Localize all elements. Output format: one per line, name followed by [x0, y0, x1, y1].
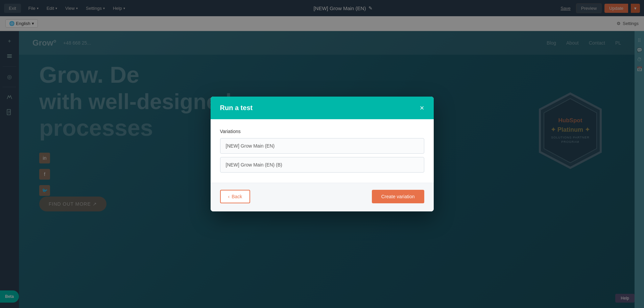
variation-a-item[interactable]: [NEW] Grow Main (EN) [220, 138, 424, 154]
variations-label: Variations [220, 129, 424, 134]
back-button[interactable]: ‹ Back [220, 190, 251, 203]
back-label: Back [232, 194, 242, 199]
modal-body: Variations [NEW] Grow Main (EN) [NEW] Gr… [211, 119, 434, 183]
modal-header: Run a test × [211, 97, 434, 119]
modal-footer: ‹ Back Create variation [211, 183, 434, 211]
create-variation-button[interactable]: Create variation [372, 190, 424, 203]
modal-title: Run a test [220, 104, 253, 112]
run-test-modal: Run a test × Variations [NEW] Grow Main … [211, 97, 434, 211]
back-chevron: ‹ [228, 194, 230, 199]
variation-b-item[interactable]: [NEW] Grow Main (EN) (B) [220, 157, 424, 173]
modal-close-button[interactable]: × [420, 104, 424, 112]
modal-overlay: Run a test × Variations [NEW] Grow Main … [0, 0, 644, 308]
